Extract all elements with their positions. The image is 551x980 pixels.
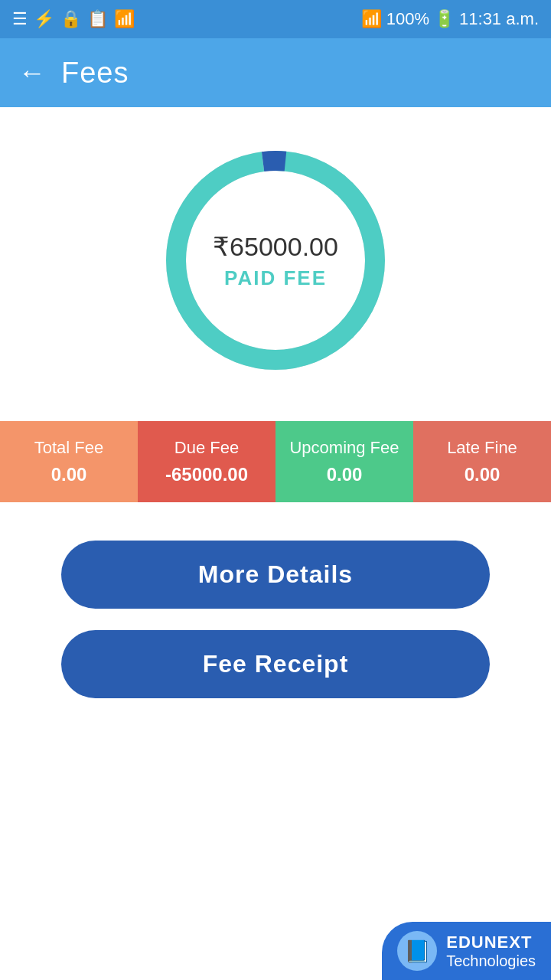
branding-letter: 📘: [404, 939, 431, 964]
wifi-icon: 📶: [114, 9, 135, 29]
status-right: 📶 100% 🔋 11:31 a.m.: [361, 9, 539, 29]
branding-name-top: EDUNEXT: [446, 933, 536, 952]
status-icons: ☰ ⚡ 🔒 📋 📶: [12, 9, 135, 29]
main-content: ₹65000.00 PAID FEE Total Fee 0.00 Due Fe…: [0, 107, 551, 980]
signal-icon: 📶: [361, 9, 382, 29]
header: ← Fees: [0, 38, 551, 107]
total-fee-label: Total Fee: [34, 438, 104, 458]
branding-text: EDUNEXT Technologies: [446, 933, 536, 970]
total-fee-value: 0.00: [51, 464, 87, 485]
paid-label: PAID FEE: [213, 266, 338, 290]
total-fee-stat: Total Fee 0.00: [0, 421, 138, 502]
due-fee-stat: Due Fee -65000.00: [138, 421, 276, 502]
notification-icon: ☰: [12, 9, 28, 29]
lock-icon: 🔒: [60, 9, 81, 29]
donut-center: ₹65000.00 PAID FEE: [213, 231, 338, 290]
branding-name-bottom: Technologies: [446, 952, 536, 970]
usb-icon: ⚡: [34, 9, 54, 29]
buttons-section: More Details Fee Receipt: [0, 541, 551, 698]
branding-icon: 📘: [397, 931, 437, 971]
fee-receipt-button[interactable]: Fee Receipt: [61, 630, 490, 698]
branding-bar: 📘 EDUNEXT Technologies: [382, 922, 551, 980]
upcoming-fee-stat: Upcoming Fee 0.00: [276, 421, 413, 502]
due-fee-value: -65000.00: [165, 464, 248, 485]
paid-amount: ₹65000.00: [213, 231, 338, 262]
upcoming-fee-value: 0.00: [327, 464, 363, 485]
sim-icon: 📋: [87, 9, 108, 29]
upcoming-fee-label: Upcoming Fee: [289, 438, 399, 458]
page-title: Fees: [61, 57, 129, 90]
late-fine-label: Late Fine: [447, 438, 517, 458]
due-fee-label: Due Fee: [174, 438, 239, 458]
battery-icon: 🔋: [434, 9, 455, 29]
fee-stats-row: Total Fee 0.00 Due Fee -65000.00 Upcomin…: [0, 421, 551, 502]
more-details-button[interactable]: More Details: [61, 541, 490, 609]
donut-chart: ₹65000.00 PAID FEE: [153, 138, 398, 383]
battery-label: 100%: [386, 9, 429, 29]
late-fine-value: 0.00: [465, 464, 500, 485]
back-button[interactable]: ←: [18, 57, 46, 89]
late-fine-stat: Late Fine 0.00: [413, 421, 551, 502]
status-bar: ☰ ⚡ 🔒 📋 📶 📶 100% 🔋 11:31 a.m.: [0, 0, 551, 38]
time-label: 11:31 a.m.: [459, 9, 539, 29]
